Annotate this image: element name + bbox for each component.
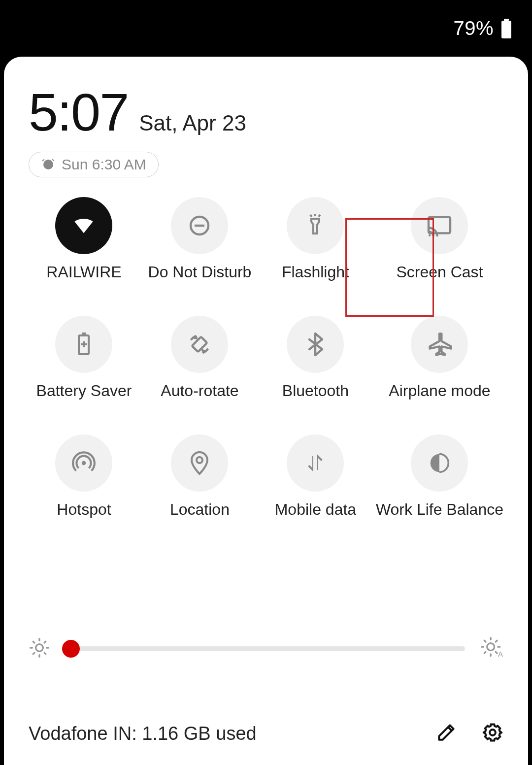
battery-percent: 79% (453, 17, 494, 39)
svg-rect-1 (501, 21, 511, 38)
battery-status: 79% (453, 17, 512, 39)
clock-time[interactable]: 5:07 (29, 81, 128, 143)
footer-row: Vodafone IN: 1.16 GB used (29, 722, 503, 745)
svg-rect-7 (429, 217, 450, 233)
tile-label: Battery Saver (36, 382, 132, 400)
brightness-low-icon[interactable] (29, 637, 50, 661)
svg-line-23 (33, 653, 34, 654)
tile-autorotate[interactable]: Auto-rotate (144, 316, 255, 400)
svg-line-22 (44, 653, 46, 654)
svg-rect-13 (192, 337, 207, 352)
brightness-auto-icon[interactable]: A (480, 636, 503, 662)
battery-icon (500, 19, 512, 38)
mobiledata-icon (287, 434, 344, 492)
tile-flashlight[interactable]: Flashlight (260, 197, 371, 281)
svg-line-24 (44, 641, 46, 643)
tiles-grid: RAILWIRE Do Not Disturb Flashlight Scree… (29, 197, 503, 519)
tile-bluetooth[interactable]: Bluetooth (260, 316, 371, 400)
svg-point-36 (490, 730, 496, 735)
location-icon (171, 434, 228, 492)
edit-icon[interactable] (435, 722, 457, 745)
worklife-icon (411, 434, 468, 492)
tile-label: Work Life Balance (376, 500, 503, 519)
alarm-chip[interactable]: Sun 6:30 AM (29, 152, 159, 177)
airplane-icon (411, 316, 468, 373)
brightness-row: A (29, 636, 503, 662)
svg-text:A: A (498, 650, 503, 658)
tile-label: Location (170, 500, 230, 519)
svg-point-25 (487, 643, 495, 651)
data-usage-label[interactable]: Vodafone IN: 1.16 GB used (29, 723, 257, 744)
tile-label: Flashlight (282, 263, 349, 281)
slider-track (65, 646, 465, 651)
quick-settings-panel: 5:07 Sat, Apr 23 Sun 6:30 AM RAILWIRE Do… (4, 57, 528, 765)
svg-point-8 (429, 234, 431, 236)
svg-line-33 (496, 640, 497, 642)
tile-label: Mobile data (275, 500, 356, 519)
hotspot-icon (55, 434, 112, 492)
svg-rect-0 (504, 19, 509, 21)
tile-screencast[interactable]: Screen Cast (376, 197, 503, 281)
wifi-icon (55, 197, 112, 254)
alarm-icon (41, 157, 56, 172)
tile-label: Bluetooth (282, 382, 349, 400)
svg-line-31 (496, 652, 497, 653)
svg-line-30 (484, 640, 486, 642)
tile-location[interactable]: Location (144, 434, 255, 519)
tile-label: Airplane mode (389, 382, 490, 400)
tile-label: RAILWIRE (46, 263, 121, 281)
svg-line-5 (310, 215, 312, 217)
svg-point-14 (82, 461, 86, 465)
tile-label: Auto-rotate (161, 382, 238, 400)
svg-line-21 (33, 641, 34, 643)
cast-icon (411, 197, 468, 254)
clock-row: 5:07 Sat, Apr 23 (29, 81, 503, 143)
autorotate-icon (171, 316, 228, 373)
svg-point-15 (197, 457, 202, 463)
tile-worklife[interactable]: Work Life Balance (376, 434, 503, 519)
alarm-label: Sun 6:30 AM (62, 156, 146, 173)
tile-dnd[interactable]: Do Not Disturb (144, 197, 255, 281)
svg-line-6 (319, 215, 320, 217)
status-bar: 79% (0, 0, 532, 57)
tile-batterysaver[interactable]: Battery Saver (29, 316, 139, 400)
tile-label: Screen Cast (396, 263, 483, 281)
battery-saver-icon (55, 316, 112, 373)
tile-mobiledata[interactable]: Mobile data (260, 434, 371, 519)
tile-hotspot[interactable]: Hotspot (29, 434, 139, 519)
tile-label: Do Not Disturb (148, 263, 252, 281)
svg-point-16 (36, 644, 43, 652)
tile-airplane[interactable]: Airplane mode (376, 316, 503, 400)
dnd-icon (171, 197, 228, 254)
flashlight-icon (287, 197, 344, 254)
slider-thumb[interactable] (62, 640, 80, 658)
tile-wifi[interactable]: RAILWIRE (29, 197, 139, 281)
clock-date[interactable]: Sat, Apr 23 (139, 111, 246, 135)
settings-icon[interactable] (482, 722, 503, 745)
bluetooth-icon (287, 316, 344, 373)
svg-line-32 (484, 652, 486, 653)
tile-label: Hotspot (57, 500, 111, 519)
brightness-slider[interactable] (65, 644, 465, 653)
